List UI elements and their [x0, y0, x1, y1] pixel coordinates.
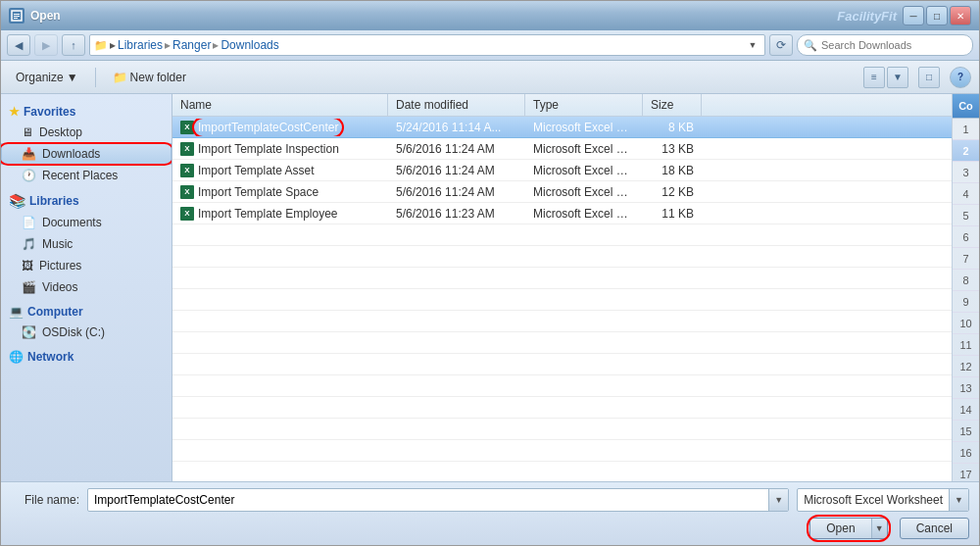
address-dropdown[interactable]: ▼ — [745, 34, 760, 56]
toolbar-views: ≡ ▼ □ ? — [863, 67, 971, 88]
row-num-17: 17 — [953, 464, 979, 481]
sidebar-item-desktop[interactable]: 🖥 Desktop — [1, 122, 172, 143]
row-num-12: 12 — [953, 356, 979, 377]
file-list-header: Name Date modified Type Size — [172, 94, 952, 117]
computer-icon: 💻 — [9, 305, 24, 319]
file-row[interactable]: X Import Template Employee 5/6/2016 11:2… — [172, 203, 952, 224]
new-folder-button[interactable]: 📁 New folder — [106, 67, 193, 88]
row-num-4: 4 — [953, 183, 979, 205]
header-type[interactable]: Type — [525, 94, 643, 116]
file-row[interactable]: X Import Template Space 5/6/2016 11:24 A… — [172, 181, 952, 203]
up-button[interactable]: ↑ — [62, 34, 85, 56]
filename-input[interactable] — [88, 493, 768, 507]
help-button[interactable]: ? — [950, 67, 971, 88]
row-num-1: 1 — [953, 119, 979, 140]
cancel-button[interactable]: Cancel — [900, 518, 969, 539]
filename-dropdown-button[interactable]: ▼ — [768, 489, 788, 511]
sidebar-item-documents[interactable]: 📄 Documents — [1, 212, 172, 233]
file-row-empty — [172, 332, 952, 354]
address-bar: ◀ ▶ ↑ 📁 ▸ Libraries ▸ Ranger ▸ Downloads… — [1, 30, 979, 61]
refresh-button[interactable]: ⟳ — [769, 34, 793, 56]
row-num-7: 7 — [953, 248, 979, 270]
search-icon: 🔍 — [804, 39, 817, 52]
libraries-icon: 📚 — [9, 193, 25, 209]
address-input[interactable]: 📁 ▸ Libraries ▸ Ranger ▸ Downloads ▼ — [89, 34, 765, 56]
header-date[interactable]: Date modified — [388, 94, 525, 116]
row-num-8: 8 — [953, 270, 979, 291]
view-dropdown-button[interactable]: ▼ — [887, 67, 908, 88]
row-num-13: 13 — [953, 377, 979, 399]
excel-icon: X — [180, 121, 194, 134]
recent-icon: 🕐 — [22, 169, 36, 182]
open-button[interactable]: Open — [810, 519, 870, 538]
row-num-6: 6 — [953, 226, 979, 248]
file-type-cell: Microsoft Excel W... — [525, 119, 643, 136]
title-bar: Open FacilityFit ─ □ ✕ — [1, 1, 979, 30]
open-button-arrow[interactable]: ▼ — [871, 519, 887, 538]
view-window-button[interactable]: □ — [918, 67, 940, 88]
file-row-empty — [172, 354, 952, 375]
filetype-text: Microsoft Excel Worksheet — [798, 489, 949, 511]
file-type-cell: Microsoft Excel W... — [525, 162, 643, 179]
file-size-cell: 12 KB — [643, 183, 702, 201]
open-button-container: Open ▼ — [809, 518, 887, 539]
organize-arrow: ▼ — [67, 71, 78, 84]
header-size[interactable]: Size — [643, 94, 702, 116]
forward-button[interactable]: ▶ — [34, 34, 58, 56]
file-date-cell: 5/6/2016 11:24 AM — [388, 162, 525, 179]
view-list-button[interactable]: ≡ — [863, 67, 885, 88]
music-icon: 🎵 — [22, 237, 36, 251]
filename-label: File name: — [11, 493, 79, 507]
file-name-cell: X Import Template Space — [172, 183, 388, 201]
file-name-cell: X Import Template Employee — [172, 205, 388, 223]
network-header[interactable]: 🌐 Network — [1, 347, 172, 367]
minimize-button[interactable]: ─ — [903, 6, 924, 25]
sidebar-item-pictures[interactable]: 🖼 Pictures — [1, 255, 172, 276]
libraries-header[interactable]: 📚 Libraries — [1, 190, 172, 212]
svg-rect-1 — [14, 14, 20, 15]
header-name[interactable]: Name — [172, 94, 388, 116]
row-num-5: 5 — [953, 205, 979, 226]
sidebar-item-music[interactable]: 🎵 Music — [1, 233, 172, 255]
col-header: Co — [953, 94, 979, 119]
file-row-empty — [172, 440, 952, 462]
file-list-wrapper: Name Date modified Type Size X ImportTem… — [172, 94, 952, 481]
file-name-text: ImportTemplateCostCenter — [198, 121, 338, 134]
file-size-cell: 8 KB — [643, 119, 702, 136]
pictures-icon: 🖼 — [22, 259, 33, 273]
back-button[interactable]: ◀ — [7, 34, 30, 56]
sidebar-item-videos[interactable]: 🎬 Videos — [1, 276, 172, 298]
file-name-cell: X ImportTemplateCostCenter — [172, 119, 388, 136]
file-list: Name Date modified Type Size X ImportTem… — [172, 94, 952, 481]
computer-header[interactable]: 💻 Computer — [1, 302, 172, 322]
close-button[interactable]: ✕ — [950, 6, 971, 25]
desktop-icon: 🖥 — [22, 125, 33, 139]
maximize-button[interactable]: □ — [926, 6, 948, 25]
breadcrumb: 📁 ▸ Libraries ▸ Ranger ▸ Downloads — [94, 38, 279, 52]
file-name-cell: X Import Template Asset — [172, 162, 388, 179]
sidebar-item-recent[interactable]: 🕐 Recent Places — [1, 165, 172, 186]
file-date-cell: 5/6/2016 11:24 AM — [388, 140, 525, 158]
favorites-header[interactable]: ★ Favorites — [1, 102, 172, 122]
buttons-row: Open ▼ Cancel — [11, 518, 969, 539]
row-num-3: 3 — [953, 162, 979, 183]
window-icon — [9, 8, 24, 24]
file-row[interactable]: X ImportTemplateCostCenter 5/24/2016 11:… — [172, 117, 952, 138]
row-num-15: 15 — [953, 421, 979, 442]
row-num-14: 14 — [953, 399, 979, 421]
organize-button[interactable]: Organize ▼ — [9, 67, 85, 88]
file-row[interactable]: X Import Template Inspection 5/6/2016 11… — [172, 138, 952, 160]
open-dialog: Open FacilityFit ─ □ ✕ ◀ ▶ ↑ 📁 ▸ Librari… — [0, 0, 980, 546]
file-row[interactable]: X Import Template Asset 5/6/2016 11:24 A… — [172, 160, 952, 181]
file-row-empty — [172, 397, 952, 419]
documents-icon: 📄 — [22, 216, 36, 229]
filetype-dropdown-button[interactable]: ▼ — [949, 489, 968, 511]
row-num-16: 16 — [953, 442, 979, 464]
sidebar-item-osdisk[interactable]: 💽 OSDisk (C:) — [1, 322, 172, 343]
filetype-container: Microsoft Excel Worksheet ▼ — [797, 488, 969, 512]
sidebar-item-downloads[interactable]: 📥 Downloads — [1, 143, 172, 165]
search-input[interactable] — [821, 39, 966, 51]
window-title: Open — [30, 9, 831, 23]
toolbar-separator — [95, 68, 96, 87]
bottom-area: File name: ▼ Microsoft Excel Worksheet ▼… — [1, 481, 979, 545]
